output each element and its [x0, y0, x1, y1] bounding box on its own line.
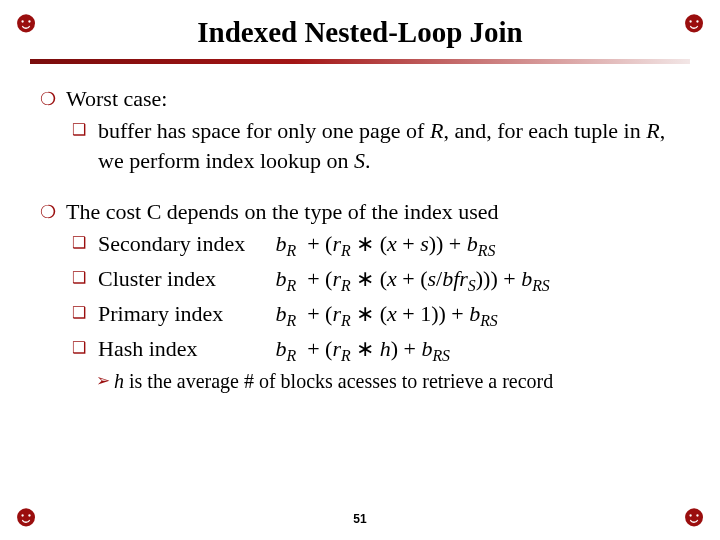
square-bullet-icon: ❑: [72, 229, 92, 262]
disc-bullet-icon: ❍: [40, 84, 56, 114]
cost-primary: Primary index bR + (rR ∗ (x + 1)) + bRS: [98, 299, 690, 332]
square-bullet-icon: ❑: [72, 299, 92, 332]
smiley-icon: ☻: [10, 6, 42, 38]
note-h-average: ➢ h is the average # of blocks acesses t…: [40, 368, 690, 395]
bullet-text: The cost C depends on the type of the in…: [66, 197, 690, 227]
cost-cluster: Cluster index bR + (rR ∗ (x + (s/bfrS)))…: [98, 264, 690, 297]
bullet-worst-case: ❍ Worst case: ❑ buffer has space for onl…: [40, 84, 690, 175]
bullet-cost: ❍ The cost C depends on the type of the …: [40, 197, 690, 395]
page-number: 51: [0, 512, 720, 526]
disc-bullet-icon: ❍: [40, 197, 56, 227]
slide-body: ❍ Worst case: ❑ buffer has space for onl…: [22, 84, 698, 395]
cost-secondary: Secondary index bR + (rR ∗ (x + s)) + bR…: [98, 229, 690, 262]
cost-hash: Hash index bR + (rR ∗ h) + bRS: [98, 334, 690, 367]
slide-title: Indexed Nested-Loop Join: [22, 16, 698, 49]
square-bullet-icon: ❑: [72, 116, 92, 175]
chevron-right-icon: ➢: [96, 368, 110, 395]
square-bullet-icon: ❑: [72, 334, 92, 367]
smiley-icon: ☻: [678, 6, 710, 38]
title-rule: [30, 59, 690, 64]
bullet-text: Worst case:: [66, 84, 690, 114]
square-bullet-icon: ❑: [72, 264, 92, 297]
subbullet-text: buffer has space for only one page of R,…: [98, 116, 690, 175]
